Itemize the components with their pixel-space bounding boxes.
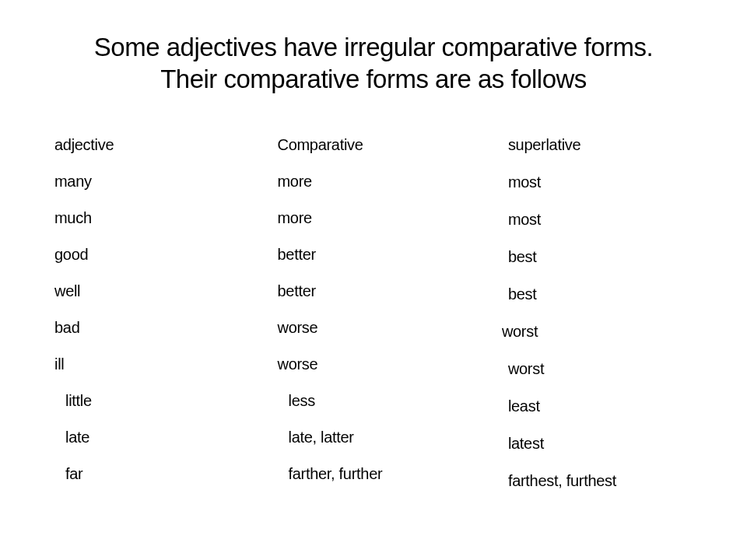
table-cell: best <box>508 276 693 313</box>
table-cell: well <box>54 273 278 310</box>
table-cell: good <box>54 236 278 273</box>
table-cell: most <box>508 201 693 239</box>
title-line-1: Some adjectives have irregular comparati… <box>94 33 653 61</box>
table-cell: farthest, furthest <box>508 463 693 500</box>
table-cell: worst <box>508 351 693 388</box>
table-cell: many <box>54 163 278 200</box>
table-cell: ill <box>54 346 278 383</box>
table-cell: less <box>278 383 508 419</box>
header-superlative: superlative <box>508 127 693 164</box>
table-cell: far <box>54 456 278 492</box>
table-cell: late <box>54 419 278 456</box>
column-superlative: superlative most most best best worst wo… <box>508 127 693 500</box>
table-cell: more <box>278 200 508 236</box>
table-cell: most <box>508 164 693 201</box>
table-cell: worst <box>502 313 693 351</box>
title-line-2: Their comparative forms are as follows <box>160 65 587 93</box>
header-adjective: adjective <box>54 127 278 163</box>
column-adjective: adjective many much good well bad ill li… <box>54 127 278 500</box>
table-container: adjective many much good well bad ill li… <box>47 127 700 500</box>
table-cell: least <box>508 388 693 425</box>
column-comparative: Comparative more more better better wors… <box>278 127 508 500</box>
table-cell: late, latter <box>278 419 508 456</box>
table-cell: bad <box>54 310 278 346</box>
page-title: Some adjectives have irregular comparati… <box>47 31 700 96</box>
table-cell: better <box>278 273 508 310</box>
table-cell: latest <box>508 425 693 463</box>
table-cell: little <box>54 383 278 419</box>
table-cell: more <box>278 163 508 200</box>
table-cell: best <box>508 239 693 276</box>
table-cell: much <box>54 200 278 236</box>
header-comparative: Comparative <box>278 127 508 163</box>
table-cell: worse <box>278 346 508 383</box>
table-cell: worse <box>278 310 508 346</box>
table-cell: better <box>278 236 508 273</box>
table-cell: farther, further <box>278 456 508 492</box>
